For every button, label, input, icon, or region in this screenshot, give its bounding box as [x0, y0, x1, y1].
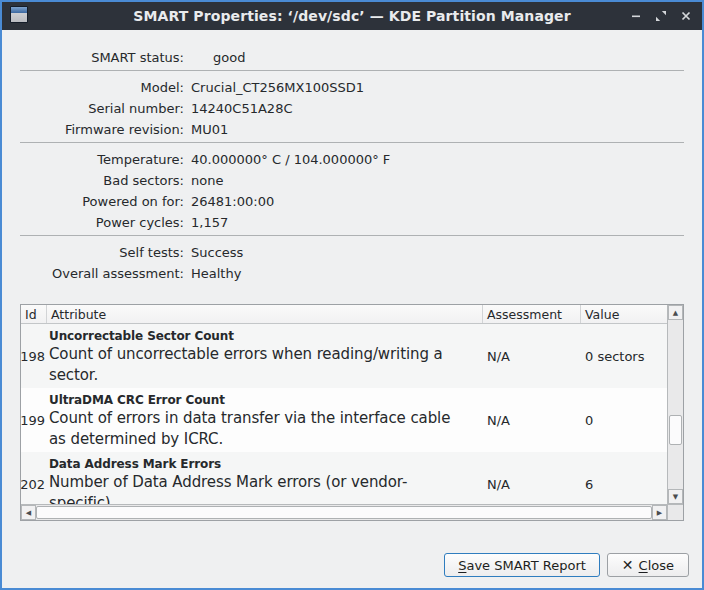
model-value: Crucial_CT256MX100SSD1 — [191, 80, 364, 95]
vertical-scrollbar[interactable]: ▲ ▼ — [667, 305, 683, 504]
horizontal-scrollbar[interactable]: ◀ ▶ — [21, 504, 667, 520]
smart-properties-dialog: SMART Properties: ‘/dev/sdc’ — KDE Parti… — [0, 0, 704, 590]
save-smart-report-button[interactable]: Save SMART Report — [444, 553, 600, 577]
separator — [20, 70, 684, 71]
model-label: Model: — [20, 80, 184, 95]
bad-sectors-row: Bad sectors: none — [20, 170, 684, 191]
scroll-down-button[interactable]: ▼ — [668, 489, 683, 504]
smart-status-row: SMART status: good — [20, 47, 684, 68]
close-window-button[interactable] — [678, 8, 694, 24]
smart-info-panel: SMART status: good Model: Crucial_CT256M… — [20, 30, 684, 284]
overall-assessment-label: Overall assessment: — [20, 266, 184, 281]
attr-id: 199 — [21, 388, 47, 452]
table-header: Id Attribute Assessment Value — [21, 305, 667, 324]
firmware-label: Firmware revision: — [20, 122, 184, 137]
overall-assessment-value: Healthy — [191, 266, 241, 281]
attr-id: 198 — [21, 324, 47, 388]
temperature-row: Temperature: 40.000000° C / 104.000000° … — [20, 149, 684, 170]
attr-name: Uncorrectable Sector Count — [49, 328, 475, 344]
firmware-value: MU01 — [191, 122, 228, 137]
attr-assessment: N/A — [483, 324, 581, 388]
attr-id: 202 — [21, 452, 47, 504]
attr-name: Data Address Mark Errors — [49, 456, 475, 472]
separator — [20, 235, 684, 236]
horizontal-scrollbar-thumb[interactable] — [36, 506, 652, 519]
scroll-right-button[interactable]: ▶ — [652, 505, 667, 520]
attr-description: Number of Data Address Mark errors (or v… — [49, 472, 464, 504]
close-button[interactable]: ✕ Close — [607, 553, 689, 577]
smart-status-value: good — [213, 50, 245, 65]
attr-assessment: N/A — [483, 452, 581, 504]
header-id[interactable]: Id — [21, 305, 47, 323]
serial-label: Serial number: — [20, 101, 184, 116]
window-controls — [628, 2, 694, 30]
temperature-value: 40.000000° C / 104.000000° F — [191, 152, 390, 167]
attr-value: 0 — [581, 388, 667, 452]
temperature-label: Temperature: — [20, 152, 184, 167]
header-assessment[interactable]: Assessment — [483, 305, 581, 323]
table-row[interactable]: 198 Uncorrectable Sector Count Count of … — [21, 324, 667, 388]
bad-sectors-label: Bad sectors: — [20, 173, 184, 188]
attr-name: UltraDMA CRC Error Count — [49, 392, 475, 408]
save-smart-report-label: Save SMART Report — [458, 558, 586, 573]
titlebar[interactable]: SMART Properties: ‘/dev/sdc’ — KDE Parti… — [2, 2, 702, 30]
table-row[interactable]: 199 UltraDMA CRC Error Count Count of er… — [21, 388, 667, 452]
smart-attributes-table: Id Attribute Assessment Value 198 Uncorr… — [20, 304, 684, 521]
scroll-up-button[interactable]: ▲ — [668, 305, 683, 320]
firmware-row: Firmware revision: MU01 — [20, 119, 684, 140]
smart-status-label: SMART status: — [20, 50, 184, 65]
close-label: Close — [639, 558, 674, 573]
self-tests-row: Self tests: Success — [20, 242, 684, 263]
attr-value: 6 — [581, 452, 667, 504]
self-tests-value: Success — [191, 245, 243, 260]
restore-button[interactable] — [653, 8, 669, 24]
power-cycles-label: Power cycles: — [20, 215, 184, 230]
attr-description: Count of uncorrectable errors when readi… — [49, 344, 464, 386]
table-viewport: 198 Uncorrectable Sector Count Count of … — [21, 324, 667, 504]
minimize-icon — [630, 10, 642, 22]
minimize-button[interactable] — [628, 8, 644, 24]
attr-assessment: N/A — [483, 388, 581, 452]
arrow-up-icon: ▲ — [673, 309, 678, 317]
arrow-down-icon: ▼ — [673, 493, 678, 501]
self-tests-label: Self tests: — [20, 245, 184, 260]
serial-value: 14240C51A28C — [191, 101, 293, 116]
close-icon — [680, 10, 692, 22]
table-row[interactable]: 202 Data Address Mark Errors Number of D… — [21, 452, 667, 504]
attr-value: 0 sectors — [581, 324, 667, 388]
attr-description: Count of errors in data transfer via the… — [49, 408, 464, 450]
attr-cell: Data Address Mark Errors Number of Data … — [47, 452, 483, 504]
model-row: Model: Crucial_CT256MX100SSD1 — [20, 77, 684, 98]
attr-cell: UltraDMA CRC Error Count Count of errors… — [47, 388, 483, 452]
arrow-right-icon: ▶ — [657, 509, 662, 517]
dialog-button-row: Save SMART Report ✕ Close — [444, 553, 689, 577]
powered-on-label: Powered on for: — [20, 194, 184, 209]
header-attribute[interactable]: Attribute — [47, 305, 483, 323]
scroll-left-button[interactable]: ◀ — [21, 505, 36, 520]
power-cycles-row: Power cycles: 1,157 — [20, 212, 684, 233]
header-value[interactable]: Value — [581, 305, 667, 323]
powered-on-row: Powered on for: 26481:00:00 — [20, 191, 684, 212]
vertical-scrollbar-thumb[interactable] — [669, 415, 682, 445]
separator — [20, 142, 684, 143]
serial-row: Serial number: 14240C51A28C — [20, 98, 684, 119]
scrollbar-corner — [667, 504, 683, 520]
restore-icon — [655, 10, 667, 22]
overall-assessment-row: Overall assessment: Healthy — [20, 263, 684, 284]
window-title: SMART Properties: ‘/dev/sdc’ — KDE Parti… — [2, 8, 702, 24]
powered-on-value: 26481:00:00 — [191, 194, 274, 209]
close-x-icon: ✕ — [622, 557, 634, 573]
arrow-left-icon: ◀ — [26, 509, 31, 517]
attr-cell: Uncorrectable Sector Count Count of unco… — [47, 324, 483, 388]
bad-sectors-value: none — [191, 173, 223, 188]
power-cycles-value: 1,157 — [191, 215, 228, 230]
